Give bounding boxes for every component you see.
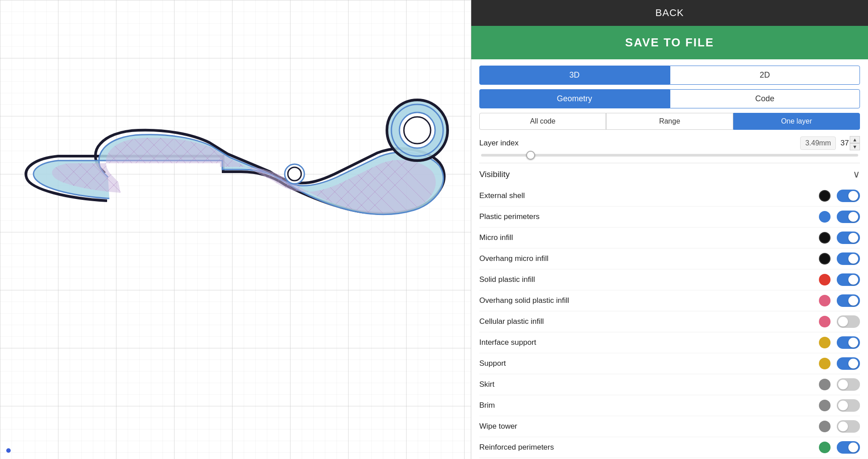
svg-point-62: [288, 167, 301, 181]
canvas-area: [0, 0, 471, 459]
toggle-knob: [848, 359, 858, 368]
svg-rect-2: [0, 0, 471, 459]
toggle-knob: [848, 338, 858, 347]
visibility-toggle[interactable]: [837, 190, 860, 202]
visibility-toggle[interactable]: [837, 252, 860, 265]
toggle-knob: [838, 317, 848, 327]
layer-index-number: 37 ▲ ▼: [840, 136, 860, 150]
visibility-color-circle: [819, 379, 831, 390]
view-toggle-row: 3D 2D: [479, 66, 860, 85]
visibility-item-label: Brim: [479, 401, 819, 410]
visibility-color-circle: [819, 295, 831, 306]
visibility-toggle[interactable]: [837, 294, 860, 307]
layer-toggle-allcode[interactable]: All code: [479, 113, 606, 130]
back-button[interactable]: BACK: [471, 0, 868, 26]
visibility-color-circle: [819, 316, 831, 327]
visibility-item-label: Reinforced perimeters: [479, 443, 819, 452]
toggle-knob: [848, 212, 858, 222]
visibility-item-label: Plastic perimeters: [479, 212, 819, 221]
visibility-color-circle: [819, 400, 831, 411]
visibility-row: Support: [479, 353, 860, 374]
view-toggle-2d[interactable]: 2D: [670, 66, 860, 85]
mode-toggle-code[interactable]: Code: [670, 89, 860, 108]
visibility-item-label: Overhang micro infill: [479, 254, 819, 263]
visibility-row: Reinforced perimeters: [479, 437, 860, 458]
layer-index-row: Layer index 3.49mm 37 ▲ ▼: [479, 136, 860, 150]
toggle-knob: [848, 254, 858, 264]
visibility-toggle[interactable]: [837, 420, 860, 433]
visibility-row: Micro infill: [479, 227, 860, 248]
view-toggle-3d[interactable]: 3D: [479, 66, 670, 85]
visibility-color-circle: [819, 232, 831, 244]
visibility-color-circle: [819, 211, 831, 223]
visibility-row: Wipe tower: [479, 416, 860, 437]
visibility-toggle[interactable]: [837, 273, 860, 286]
visibility-item-label: Micro infill: [479, 233, 819, 242]
visibility-item-label: Interface support: [479, 338, 819, 347]
toggle-knob: [848, 233, 858, 243]
visibility-rows: External shellPlastic perimetersMicro in…: [479, 186, 860, 459]
visibility-color-circle: [819, 421, 831, 432]
visibility-item-label: Cellular plastic infill: [479, 317, 819, 326]
toggle-knob: [838, 401, 848, 410]
visibility-color-circle: [819, 253, 831, 265]
visibility-row: Overhang solid plastic infill: [479, 290, 860, 311]
spinner-down[interactable]: ▼: [850, 143, 860, 150]
toggle-knob: [848, 442, 858, 452]
controls-section: 3D 2D Geometry Code All code Range One l…: [471, 59, 868, 163]
right-panel: BACK SAVE TO FILE 3D 2D Geometry Code Al…: [471, 0, 868, 459]
spinner-up[interactable]: ▲: [850, 136, 860, 143]
visibility-color-circle: [819, 190, 831, 202]
toggle-knob: [838, 380, 848, 389]
visibility-color-circle: [819, 358, 831, 369]
toggle-knob: [848, 296, 858, 306]
visibility-row: Plastic perimeters: [479, 207, 860, 227]
visibility-label: Visibility: [479, 170, 510, 179]
layer-toggle-range[interactable]: Range: [606, 113, 733, 130]
visibility-item-label: External shell: [479, 191, 819, 200]
visibility-toggle[interactable]: [837, 211, 860, 223]
layer-slider-thumb[interactable]: [526, 151, 535, 160]
visibility-color-circle: [819, 274, 831, 285]
visibility-chevron-icon: ∨: [853, 169, 860, 180]
toggle-knob: [838, 422, 848, 431]
visibility-section: Visibility ∨ External shellPlastic perim…: [471, 163, 868, 459]
grid-canvas: [0, 0, 471, 459]
visibility-toggle[interactable]: [837, 378, 860, 391]
layer-toggle-onelayer[interactable]: One layer: [733, 113, 860, 130]
layer-toggle-row: All code Range One layer: [479, 113, 860, 130]
visibility-item-label: Solid plastic infill: [479, 275, 819, 284]
visibility-toggle[interactable]: [837, 315, 860, 328]
save-to-file-button[interactable]: SAVE TO FILE: [471, 26, 868, 59]
visibility-row: Brim: [479, 395, 860, 416]
layer-index-spinner[interactable]: ▲ ▼: [850, 136, 860, 150]
toggle-knob: [848, 191, 858, 201]
visibility-toggle[interactable]: [837, 399, 860, 412]
visibility-row: External shell: [479, 186, 860, 207]
layer-slider-track[interactable]: [481, 154, 858, 157]
svg-point-60: [404, 117, 431, 144]
layer-index-label: Layer index: [479, 139, 796, 148]
visibility-item-label: Wipe tower: [479, 422, 819, 431]
visibility-row: Solid plastic infill: [479, 269, 860, 290]
visibility-item-label: Support: [479, 359, 819, 368]
mode-toggle-geometry[interactable]: Geometry: [479, 89, 670, 108]
blue-dot: [6, 448, 11, 453]
layer-index-value: 3.49mm: [800, 136, 836, 150]
visibility-color-circle: [819, 442, 831, 453]
visibility-toggle[interactable]: [837, 357, 860, 370]
visibility-item-label: Overhang solid plastic infill: [479, 296, 819, 305]
layer-slider-row[interactable]: [479, 154, 860, 157]
visibility-toggle[interactable]: [837, 441, 860, 454]
visibility-header[interactable]: Visibility ∨: [479, 163, 860, 186]
visibility-row: Cellular plastic infill: [479, 311, 860, 332]
visibility-color-circle: [819, 337, 831, 348]
visibility-item-label: Skirt: [479, 380, 819, 389]
visibility-toggle[interactable]: [837, 336, 860, 349]
visibility-row: Skirt: [479, 374, 860, 395]
visibility-row: Overhang micro infill: [479, 248, 860, 269]
mode-toggle-row: Geometry Code: [479, 89, 860, 108]
toggle-knob: [848, 275, 858, 285]
visibility-toggle[interactable]: [837, 232, 860, 244]
visibility-row: Interface support: [479, 332, 860, 353]
